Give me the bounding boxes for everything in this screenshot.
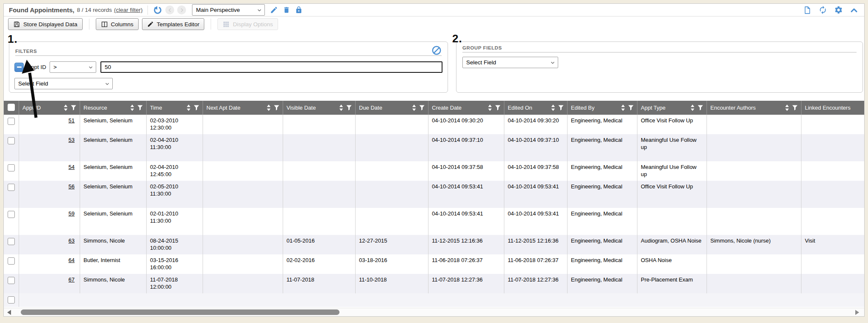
columns-button[interactable]: Columns <box>96 18 139 30</box>
sort-icon[interactable] <box>130 105 134 111</box>
row-checkbox[interactable] <box>8 257 15 265</box>
group-field-select[interactable]: Select Field <box>462 57 558 68</box>
row-select-cell[interactable] <box>4 134 19 161</box>
filter-funnel-icon[interactable] <box>698 105 703 110</box>
cell-edited-on: 04-10-2014 09:53:41 <box>504 208 568 235</box>
edit-perspective-icon[interactable] <box>270 6 278 14</box>
column-header-due-date[interactable]: Due Date <box>356 101 428 115</box>
filter-funnel-icon[interactable] <box>628 105 634 110</box>
row-select-cell[interactable] <box>4 181 19 208</box>
filter-funnel-icon[interactable] <box>137 105 143 110</box>
appt-id-link[interactable]: 59 <box>69 210 75 217</box>
column-header-appt-id[interactable]: Appt ID <box>19 101 80 115</box>
filter-funnel-icon[interactable] <box>71 105 76 110</box>
clear-filters-icon[interactable] <box>431 45 442 55</box>
row-select-cell[interactable] <box>4 293 19 307</box>
appt-id-link[interactable]: 56 <box>69 183 75 190</box>
row-checkbox[interactable] <box>8 164 15 171</box>
filter-funnel-icon[interactable] <box>419 105 425 110</box>
gear-icon[interactable] <box>834 6 843 14</box>
select-all-header-cell[interactable] <box>4 101 19 115</box>
filter-funnel-icon[interactable] <box>558 105 564 110</box>
sort-icon[interactable] <box>785 105 789 111</box>
appt-id-link[interactable]: 53 <box>69 137 75 143</box>
column-header-time[interactable]: Time <box>147 101 203 115</box>
column-header-linked-encounters[interactable]: Linked Encounters <box>801 101 865 115</box>
sort-icon[interactable] <box>339 105 343 111</box>
column-header-appt-type[interactable]: Appt Type <box>637 101 707 115</box>
filter-funnel-icon[interactable] <box>194 105 199 110</box>
filter-value-input[interactable] <box>100 61 442 73</box>
filter-funnel-icon[interactable] <box>274 105 279 110</box>
display-options-label: Display Options <box>233 21 273 28</box>
cell-linked-encounters <box>801 254 865 274</box>
column-header-encounter-authors[interactable]: Encounter Authors <box>707 101 801 115</box>
sort-icon[interactable] <box>488 105 492 111</box>
scroll-right-icon[interactable] <box>855 310 859 315</box>
remove-filter-button[interactable] <box>14 63 24 72</box>
filter-funnel-icon[interactable] <box>792 105 798 110</box>
perspective-select[interactable]: Main Perspective <box>192 4 265 16</box>
select-all-checkbox[interactable] <box>8 104 15 111</box>
row-checkbox[interactable] <box>8 277 15 284</box>
new-document-icon[interactable] <box>803 6 812 15</box>
appt-id-link[interactable]: 63 <box>69 237 75 244</box>
cell-next-apt-date <box>203 115 283 134</box>
row-checkbox[interactable] <box>8 118 15 125</box>
lock-perspective-icon[interactable] <box>295 6 303 14</box>
row-checkbox[interactable] <box>8 211 15 218</box>
row-select-cell[interactable] <box>4 161 19 181</box>
row-checkbox[interactable] <box>8 184 15 191</box>
sort-icon[interactable] <box>267 105 271 111</box>
row-select-cell[interactable] <box>4 208 19 235</box>
clear-filter-link[interactable]: (clear filter) <box>114 7 143 13</box>
templates-editor-button[interactable]: Templates Editor <box>142 18 205 30</box>
column-header-resource[interactable]: Resource <box>80 101 147 115</box>
column-header-next-apt-date[interactable]: Next Apt Date <box>203 101 283 115</box>
cell-appt-type: Office Visit Follow Up <box>637 115 707 134</box>
collapse-icon[interactable] <box>850 6 858 14</box>
column-header-edited-on[interactable]: Edited On <box>504 101 568 115</box>
scrollbar-thumb[interactable] <box>21 309 339 315</box>
row-checkbox[interactable] <box>8 238 15 245</box>
sort-icon[interactable] <box>690 105 695 111</box>
column-header-visible-date[interactable]: Visible Date <box>283 101 356 115</box>
sort-icon[interactable] <box>186 105 191 111</box>
cell-edited-on: 04-10-2014 09:37:58 <box>504 161 568 181</box>
row-checkbox[interactable] <box>8 296 15 304</box>
sort-icon[interactable] <box>64 105 68 111</box>
refresh-icon[interactable] <box>818 6 827 14</box>
cell-next-apt-date <box>203 161 283 181</box>
store-displayed-data-button[interactable]: Store Displayed Data <box>8 18 83 30</box>
group-fields-panel: GROUP FIELDS Select Field <box>456 41 863 93</box>
table-empty-row <box>4 293 864 307</box>
row-checkbox[interactable] <box>8 137 15 144</box>
cell-visible-date <box>283 161 356 181</box>
row-select-cell[interactable] <box>4 235 19 254</box>
delete-perspective-icon[interactable] <box>283 6 290 14</box>
sort-icon[interactable] <box>621 105 625 111</box>
sort-icon[interactable] <box>412 105 416 111</box>
horizontal-scrollbar[interactable] <box>4 308 864 316</box>
add-filter-field-select[interactable]: Select Field <box>14 78 113 89</box>
cell-edited-on: 11-07-2018 12:27:36 <box>504 274 568 293</box>
row-select-cell[interactable] <box>4 254 19 274</box>
cell-edited-by: Engineering, Medical <box>568 254 637 274</box>
appt-id-link[interactable]: 54 <box>69 164 75 170</box>
filter-operator-select[interactable]: > <box>50 61 96 73</box>
column-header-create-date[interactable]: Create Date <box>428 101 504 115</box>
cell-due-date <box>356 161 428 181</box>
cell-due-date: 11-10-2018 <box>356 274 428 293</box>
row-select-cell[interactable] <box>4 274 19 293</box>
scroll-left-icon[interactable] <box>7 310 11 315</box>
appt-id-link[interactable]: 64 <box>69 257 75 263</box>
filter-funnel-icon[interactable] <box>346 105 352 110</box>
column-header-edited-by[interactable]: Edited By <box>568 101 637 115</box>
cell-edited-on: 04-10-2014 09:53:41 <box>504 181 568 208</box>
appt-id-link[interactable]: 67 <box>69 276 75 283</box>
undo-icon[interactable] <box>153 6 162 15</box>
row-select-cell[interactable] <box>4 115 19 134</box>
appt-id-link[interactable]: 51 <box>69 117 75 124</box>
sort-icon[interactable] <box>551 105 555 111</box>
filter-funnel-icon[interactable] <box>495 105 501 110</box>
